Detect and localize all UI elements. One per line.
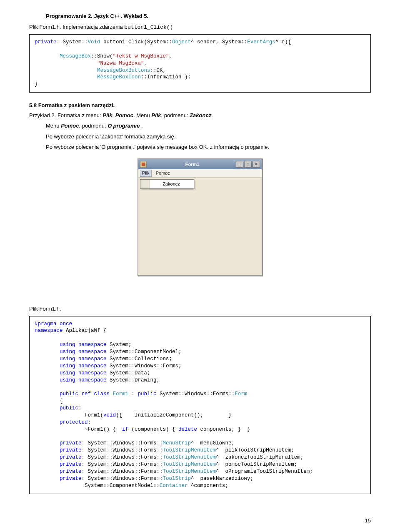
t: System::ComponentModel; [107,349,182,355]
em-plik: Plik [102,112,112,118]
t: ^ e){ [275,39,291,45]
page-number: 15 [365,517,371,519]
window-title: Form1 [149,161,236,168]
example-2-line4: Po wyborze polecenia 'O programie .' poj… [46,143,371,151]
t: : System::Windows::Forms:: [82,462,163,467]
kw-using-3: using namespace [60,356,107,362]
example-2-line2: Menu Pomoc, podmenu: O programie . [46,122,371,130]
t [35,60,97,66]
t: ^ zakonczToolStripMenuItem; [216,454,303,460]
t: System::Collections; [107,356,172,362]
type-tsmi1: ToolStripMenuItem [163,447,216,453]
t: (components) { [128,427,178,432]
t: System::ComponentModel:: [35,483,160,489]
t: : System::Windows::Forms:: [82,440,163,446]
file-label-2: Plik Form1.h. [29,305,371,313]
type-form1: Form1 [113,391,129,397]
type-tsmi4: ToolStripMenuItem [163,469,216,474]
kw-public2: public [60,405,78,411]
minimize-button[interactable]: _ [236,161,243,168]
t: System::Windows::Forms; [107,363,182,369]
t: : System::Windows::Forms:: [82,447,163,453]
t: . [140,123,142,129]
type-object: Object [172,39,191,45]
t: , [169,53,172,59]
example-2-line3: Po wyborze polecenia 'Zakoncz' formatka … [46,133,371,141]
form1-window: Form1 _ □ × Plik Pomoc Zakoncz [138,158,262,276]
kw-priv2: private [60,447,82,453]
t: ::Information ); [141,74,191,80]
t: . Menu [133,112,151,118]
kw-void: void [103,412,116,418]
em-plik2: Plik [151,112,161,118]
t: { [35,398,63,404]
menu-pomoc[interactable]: Pomoc [156,170,170,176]
type-container: Container [160,483,188,489]
page-header: Programowanie 2. Język C++. Wykład 5. [46,13,371,20]
t: ^ oProgramieToolStripMenuItem; [216,469,313,474]
t: : [78,405,82,411]
menu-item-zakoncz[interactable]: Zakoncz [140,180,194,188]
menubar: Plik Pomoc [138,169,262,178]
close-button[interactable]: × [252,161,260,168]
titlebar[interactable]: Form1 _ □ × [138,159,262,169]
t [110,391,113,397]
t: : [128,391,138,397]
file-label-1: Plik Form1.h. Implementacja zdarzenia bu… [29,23,371,31]
type-toolstrip: ToolStrip [163,476,191,482]
t: ^ pomocToolStripMenuItem; [216,462,297,467]
t: System::Windows::Forms:: [157,391,235,397]
em-zak: Zakoncz [190,112,211,118]
t [35,68,97,73]
string-1: "Tekst w MsgBoxie" [113,53,169,59]
file-label-1-code: button1_Click() [124,24,173,30]
t: , [144,60,148,66]
kw-priv3: private [60,454,82,460]
t: ~Form1() { [35,427,122,432]
t: System::Drawing; [107,377,160,383]
em-pomoc: Pomoc [115,112,133,118]
kw-priv4: private [60,462,82,467]
file-label-1-text: Plik Form1.h. Implementacja zdarzenia [29,24,124,30]
t: Menu [46,123,61,129]
em-oprog: O programie [108,123,140,129]
type-messagebox: MessageBox [60,53,91,59]
kw-using-6: using namespace [60,377,107,383]
code-box-2: #pragma once namespace AplikacjaWf { usi… [29,316,371,494]
kw-priv5: private [60,469,82,474]
t: : System:: [57,39,88,45]
t: , podmenu: [161,112,190,118]
t: System::Data; [107,370,150,376]
t: AplikacjaWf { [63,328,107,334]
t: ^ menuGlowne; [191,440,235,446]
string-2: "Nazwa MsgBoxa" [97,60,144,66]
kw-public: public [138,391,157,397]
kw-using-4: using namespace [60,363,107,369]
kw-protected: protected [60,419,88,425]
t: button1_Click(System:: [100,39,172,45]
t: ^components; [188,483,229,489]
t: : System::Windows::Forms:: [82,469,163,474]
t: ^ plikToolStripMenuItem; [216,447,294,453]
kw-using-5: using namespace [60,370,107,376]
t: ::Show( [91,53,113,59]
type-void: Void [88,39,100,45]
kw-private: private [35,39,57,45]
t: , [112,112,115,118]
kw-class: public ref class [60,391,110,397]
t: ^ pasekNarzedziowy; [191,476,253,482]
dropdown-plik: Zakoncz [140,179,194,189]
pragma: #pragma once [35,321,72,327]
kw-using-2: using namespace [60,349,107,355]
t: } [35,81,38,87]
type-mbi: MessageBoxIcon [97,74,141,80]
em-pomoc2: Pomoc [61,123,79,129]
menu-plik[interactable]: Plik [140,170,152,177]
type-tsmi2: ToolStripMenuItem [163,454,216,460]
t: ){ InitializeComponent(); } [116,412,232,418]
t [35,53,60,59]
type-mbb: MessageBoxButtons [97,68,150,73]
type-menustrip: MenuStrip [163,440,191,446]
maximize-button[interactable]: □ [244,161,252,168]
t: System; [107,342,132,348]
